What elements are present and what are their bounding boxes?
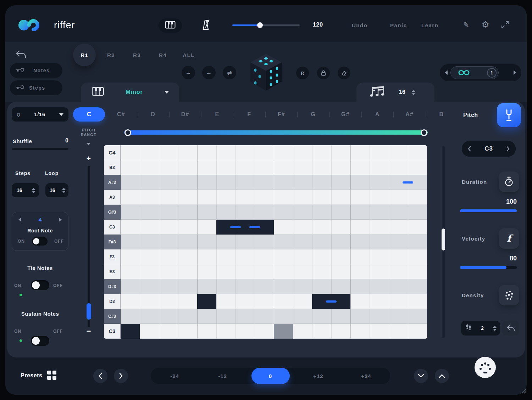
grid-cell-A#3-13[interactable] (350, 175, 370, 190)
grid-cell-D3-15[interactable] (389, 294, 408, 309)
shift-left-button[interactable]: ← (202, 66, 216, 79)
grid-cell-F#3-11[interactable] (312, 235, 331, 249)
randomize-dice-button[interactable] (246, 52, 286, 94)
note-gs[interactable]: G# (329, 107, 361, 122)
grid-cell-C#3-4[interactable] (178, 309, 197, 324)
root-note-toggle[interactable] (32, 237, 48, 246)
grid-cell-F3-15[interactable] (389, 249, 408, 264)
duration-button[interactable] (499, 171, 519, 192)
grid-cell-D3-6[interactable] (216, 294, 235, 309)
grid-cell-A3-2[interactable] (140, 190, 159, 205)
grid-cell-G3-3[interactable] (159, 220, 178, 235)
grid-cell-A#3-4[interactable] (178, 175, 197, 190)
voices-stepper[interactable]: 2 (461, 321, 500, 336)
grid-cell-D3-4[interactable] (178, 294, 197, 309)
grid-cell-C3-5[interactable] (197, 324, 216, 339)
grid-cell-D3-10[interactable] (293, 294, 312, 309)
window-resize-handle[interactable] (520, 389, 526, 395)
grid-cell-C4-11[interactable] (312, 145, 331, 160)
chevron-right-icon[interactable] (506, 146, 510, 152)
grid-cell-C#3-13[interactable] (350, 309, 370, 324)
grid-cell-A3-13[interactable] (350, 190, 370, 205)
midi-out-button[interactable] (475, 357, 496, 378)
chevron-left-icon[interactable] (467, 146, 471, 152)
grid-cell-F3-5[interactable] (197, 249, 216, 264)
loop-inner[interactable]: 1 (450, 66, 499, 79)
transpose--12[interactable]: -12 (199, 368, 246, 384)
grid-cell-B3-11[interactable] (312, 160, 331, 175)
grid-cell-D3-11[interactable] (312, 294, 331, 309)
grid-cell-C#3-15[interactable] (389, 309, 408, 324)
grid-cell-A#3-12[interactable] (331, 175, 350, 190)
grid-cell-E3-14[interactable] (370, 264, 389, 279)
transpose-+12[interactable]: +12 (294, 368, 342, 384)
grid-cell-A3-12[interactable] (331, 190, 350, 205)
grid-cell-C#3-8[interactable] (255, 309, 274, 324)
note-a[interactable]: A (361, 107, 393, 122)
grid-cell-B3-12[interactable] (331, 160, 350, 175)
grid-cell-C#3-11[interactable] (312, 309, 331, 324)
grid-cell-E3-3[interactable] (159, 264, 178, 279)
grid-cell-D#3-6[interactable] (216, 279, 235, 294)
root-note-prev-arrow[interactable] (18, 218, 21, 222)
duration-slider[interactable] (460, 209, 517, 212)
grid-cell-E3-6[interactable] (216, 264, 235, 279)
transpose--24[interactable]: -24 (151, 368, 199, 384)
grid-cell-F3-12[interactable] (331, 249, 350, 264)
grid-cell-G3-7[interactable] (235, 220, 255, 235)
grid-cell-G3-11[interactable] (312, 220, 331, 235)
grid-cell-F3-1[interactable] (121, 249, 140, 264)
grid-cell-E3-12[interactable] (331, 264, 350, 279)
grid-cell-C#3-5[interactable] (197, 309, 216, 324)
grid-cell-E3-7[interactable] (235, 264, 255, 279)
pitch-range-caret-icon[interactable] (87, 143, 90, 145)
grid-cell-C3-15[interactable] (389, 324, 408, 339)
grid-cell-G3-12[interactable] (331, 220, 350, 235)
grid-cell-A3-8[interactable] (255, 190, 274, 205)
grid-cell-D#3-16[interactable] (408, 279, 427, 294)
grid-cell-A#3-6[interactable] (216, 175, 235, 190)
grid-cell-F3-16[interactable] (408, 249, 427, 264)
panic-button[interactable]: Panic (390, 22, 407, 28)
resize-expand-icon[interactable] (501, 21, 509, 30)
grid-cell-C4-14[interactable] (370, 145, 389, 160)
grid-cell-G#3-10[interactable] (293, 205, 312, 220)
step-count-control[interactable]: 16 (356, 83, 434, 102)
note-as[interactable]: A# (393, 107, 425, 122)
grid-cell-B3-8[interactable] (255, 160, 274, 175)
grid-cell-G3-9[interactable] (274, 220, 293, 235)
grid-cell-C3-6[interactable] (216, 324, 235, 339)
grid-cell-A3-15[interactable] (389, 190, 408, 205)
grid-cell-D#3-8[interactable] (255, 279, 274, 294)
grid-cell-G#3-15[interactable] (389, 205, 408, 220)
settings-gear-icon[interactable]: ⚙ (482, 19, 489, 29)
grid-cell-C4-4[interactable] (178, 145, 197, 160)
grid-cell-D3-5[interactable] (197, 294, 216, 309)
grid-cell-D#3-1[interactable] (121, 279, 140, 294)
grid-cell-E3-16[interactable] (408, 264, 427, 279)
grid-cell-D3-13[interactable] (350, 294, 370, 309)
grid-cell-C3-10[interactable] (293, 324, 312, 339)
grid-cell-G3-15[interactable] (389, 220, 408, 235)
transpose-+24[interactable]: +24 (342, 368, 390, 384)
grid-cell-C3-16[interactable] (408, 324, 427, 339)
grid-cell-D#3-5[interactable] (197, 279, 216, 294)
grid-cell-G3-14[interactable] (370, 220, 389, 235)
grid-cell-D#3-13[interactable] (350, 279, 370, 294)
grid-cell-A3-1[interactable] (121, 190, 140, 205)
grid-cell-G#3-3[interactable] (159, 205, 178, 220)
grid-cell-G3-2[interactable] (140, 220, 159, 235)
eraser-button[interactable] (338, 67, 350, 79)
note-c[interactable]: C (73, 107, 105, 122)
grid-cell-G3-6[interactable] (216, 220, 235, 235)
revert-button[interactable] (502, 321, 519, 336)
grid-cell-C4-3[interactable] (159, 145, 178, 160)
grid-cell-D3-16[interactable] (408, 294, 427, 309)
riff-tab-r3[interactable]: R3 (126, 52, 148, 58)
grid-cell-C4-2[interactable] (140, 145, 159, 160)
grid-cell-G3-16[interactable] (408, 220, 427, 235)
note-fs[interactable]: F# (265, 107, 297, 122)
grid-cell-C3-4[interactable] (178, 324, 197, 339)
grid-cell-G3-4[interactable] (178, 220, 197, 235)
grid-cell-C4-16[interactable] (408, 145, 427, 160)
